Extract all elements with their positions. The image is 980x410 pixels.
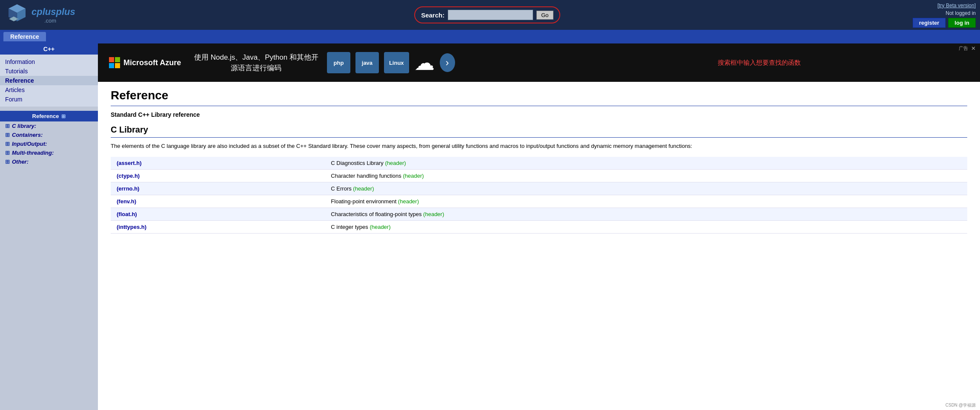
table-header-link[interactable]: (assert.h): [117, 160, 142, 166]
table-header-link[interactable]: (fenv.h): [117, 198, 136, 205]
sidebar-nav-item-tutorials[interactable]: Tutorials: [0, 66, 98, 76]
ad-main-text: 使用 Node.js、Java、Python 和其他开 源语言进行编码: [194, 52, 318, 74]
ad-php-icon: php: [327, 52, 350, 73]
table-desc-text: C Errors: [331, 185, 353, 192]
watermark: CSDN @学福源: [946, 402, 976, 408]
azure-sq-yellow: [115, 63, 120, 68]
table-row: (float.h) Characteristics of floating-po…: [111, 208, 967, 220]
ref-item-label: Other:: [12, 159, 29, 165]
nav-reference-tab[interactable]: Reference: [3, 32, 46, 41]
auth-buttons: register log in: [913, 18, 976, 28]
table-cell-header: (inttypes.h): [111, 220, 325, 233]
table-desc-text: Floating-point environment: [331, 198, 398, 205]
sidebar-ref-item[interactable]: ⊞Multi-threading:: [0, 148, 98, 157]
table-desc-text: Characteristics of floating-point types: [331, 211, 423, 217]
sidebar-cpp-header: C++: [0, 43, 98, 55]
plus-icon: ⊞: [5, 141, 10, 147]
table-row: (fenv.h) Floating-point environment (hea…: [111, 195, 967, 208]
sidebar-nav-item-forum[interactable]: Forum: [0, 95, 98, 104]
ad-close-button[interactable]: ✕: [971, 45, 976, 52]
ref-table: (assert.h) C Diagnostics Library (header…: [111, 157, 967, 234]
table-header-tag: (header): [370, 224, 390, 230]
ad-linux-icon: Linux: [384, 52, 409, 73]
sidebar: C++ InformationTutorialsReferenceArticle…: [0, 43, 98, 410]
table-row: (assert.h) C Diagnostics Library (header…: [111, 157, 967, 170]
table-header-tag: (header): [353, 185, 374, 192]
logo-text: cplusplus .com: [32, 6, 75, 24]
table-cell-desc: Floating-point environment (header): [325, 195, 967, 208]
register-button[interactable]: register: [913, 18, 946, 28]
table-cell-header: (assert.h): [111, 157, 325, 170]
sidebar-ref-items: ⊞C library:⊞Containers:⊞Input/Output:⊞Mu…: [0, 121, 98, 166]
c-library-desc: The elements of the C language library a…: [111, 142, 967, 151]
table-header-tag: (header): [385, 160, 406, 166]
table-desc-text: C Diagnostics Library: [331, 160, 385, 166]
table-header-link[interactable]: (float.h): [117, 211, 137, 217]
login-button[interactable]: log in: [948, 18, 976, 28]
ref-item-label: Input/Output:: [12, 141, 47, 147]
content-area: 广告 ✕ Microsoft Azure 使用 Node.js、Java、Pyt…: [98, 43, 980, 410]
sidebar-ref-item[interactable]: ⊞Other:: [0, 157, 98, 166]
go-button[interactable]: Go: [536, 11, 553, 20]
header: cplusplus .com Search: Go [try Beta vers…: [0, 0, 980, 30]
page-hr: [111, 106, 967, 106]
sidebar-nav-item-articles[interactable]: Articles: [0, 85, 98, 95]
logo-com: .com: [44, 17, 56, 24]
sidebar-ref-item[interactable]: ⊞Input/Output:: [0, 139, 98, 148]
table-cell-desc: Character handling functions (header): [325, 169, 967, 182]
ref-table-body: (assert.h) C Diagnostics Library (header…: [111, 157, 967, 234]
sidebar-reference-header: Reference ⊞: [0, 111, 98, 121]
c-library-heading: C Library: [111, 125, 967, 135]
nav-bar: Reference: [0, 30, 980, 43]
std-library-subtitle: Standard C++ Library reference: [111, 111, 967, 118]
beta-link[interactable]: [try Beta version]: [937, 3, 976, 9]
plus-icon: ⊞: [5, 159, 10, 165]
ad-java-icon: java: [355, 52, 379, 73]
logo-cplusplus: cplusplus: [32, 6, 75, 17]
table-cell-header: (ctype.h): [111, 169, 325, 182]
search-input[interactable]: [448, 10, 533, 20]
search-label: Search:: [421, 12, 444, 19]
reference-content: Reference Standard C++ Library reference…: [98, 82, 980, 240]
not-logged-text: Not logged in: [946, 10, 976, 16]
table-header-tag: (header): [423, 211, 444, 217]
azure-sq-blue: [109, 63, 114, 68]
ad-text-line2: 源语言进行编码: [194, 63, 318, 74]
logo-area: cplusplus .com: [4, 3, 75, 27]
table-cell-header: (float.h): [111, 208, 325, 220]
table-header-link[interactable]: (ctype.h): [117, 173, 140, 179]
sidebar-nav-item-information[interactable]: Information: [0, 57, 98, 66]
ad-icons: php java Linux ☁ ›: [327, 51, 455, 75]
ad-azure-logo: Microsoft Azure: [109, 57, 186, 68]
ad-label: 广告: [959, 45, 968, 52]
table-header-link[interactable]: (errno.h): [117, 185, 139, 192]
expand-icon[interactable]: ⊞: [61, 113, 66, 119]
search-oval: Search: Go: [414, 6, 560, 23]
table-cell-desc: C Diagnostics Library (header): [325, 157, 967, 170]
sidebar-nav: InformationTutorialsReferenceArticlesFor…: [0, 55, 98, 107]
table-cell-desc: C Errors (header): [325, 182, 967, 195]
azure-sq-red: [109, 57, 114, 62]
sidebar-ref-item[interactable]: ⊞C library:: [0, 121, 98, 130]
main-layout: C++ InformationTutorialsReferenceArticle…: [0, 43, 980, 410]
sidebar-reference-label: Reference: [32, 113, 59, 119]
table-row: (ctype.h) Character handling functions (…: [111, 169, 967, 182]
sidebar-ref-item[interactable]: ⊞Containers:: [0, 130, 98, 139]
table-desc-text: C integer types: [331, 224, 370, 230]
sidebar-nav-item-reference[interactable]: Reference: [0, 76, 98, 85]
ad-subtitle: 搜索框中输入想要查找的函数: [545, 59, 973, 67]
plus-icon: ⊞: [5, 150, 10, 156]
plus-icon: ⊞: [5, 132, 10, 138]
ref-item-label: Containers:: [12, 132, 43, 138]
ad-banner: 广告 ✕ Microsoft Azure 使用 Node.js、Java、Pyt…: [98, 43, 980, 82]
table-header-link[interactable]: (inttypes.h): [117, 224, 146, 230]
ad-banner-row1: Microsoft Azure 使用 Node.js、Java、Python 和…: [105, 51, 537, 75]
page-title: Reference: [111, 89, 967, 102]
logo-cubes-icon: [4, 3, 30, 27]
ad-arrow-button[interactable]: ›: [440, 53, 455, 72]
auth-area: [try Beta version] Not logged in registe…: [899, 3, 976, 28]
azure-sq-green: [115, 57, 120, 62]
ad-text-line1: 使用 Node.js、Java、Python 和其他开: [194, 52, 318, 63]
table-row: (inttypes.h) C integer types (header): [111, 220, 967, 233]
ref-item-label: Multi-threading:: [12, 150, 54, 156]
